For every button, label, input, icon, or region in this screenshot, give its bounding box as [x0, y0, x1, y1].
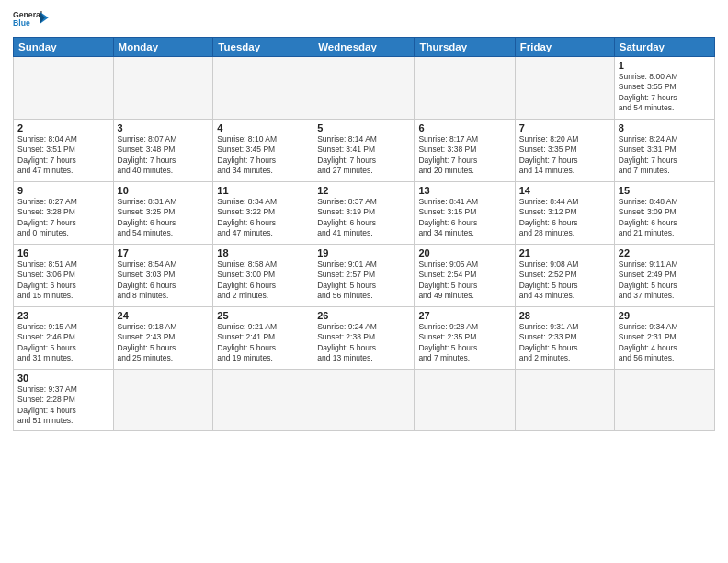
day-info: Sunrise: 8:10 AM Sunset: 3:45 PM Dayligh…: [217, 134, 309, 177]
day-info: Sunrise: 8:00 AM Sunset: 3:55 PM Dayligh…: [619, 72, 711, 114]
day-number: 20: [418, 247, 510, 259]
week-row-3: 9Sunrise: 8:27 AM Sunset: 3:28 PM Daylig…: [14, 182, 715, 245]
calendar-cell: [515, 57, 614, 120]
logo: General Blue: [13, 9, 50, 31]
day-number: 10: [118, 185, 210, 196]
calendar-cell: 17Sunrise: 8:54 AM Sunset: 3:03 PM Dayli…: [113, 245, 213, 307]
day-info: Sunrise: 9:34 AM Sunset: 2:31 PM Dayligh…: [619, 322, 711, 364]
day-number: 2: [17, 122, 109, 133]
day-number: 18: [217, 247, 309, 259]
weekday-monday: Monday: [113, 38, 213, 57]
calendar-cell: 18Sunrise: 8:58 AM Sunset: 3:00 PM Dayli…: [213, 245, 313, 307]
day-number: 17: [118, 247, 210, 259]
week-row-2: 2Sunrise: 8:04 AM Sunset: 3:51 PM Daylig…: [14, 120, 715, 182]
calendar-cell: 9Sunrise: 8:27 AM Sunset: 3:28 PM Daylig…: [14, 182, 114, 245]
calendar-cell: 28Sunrise: 9:31 AM Sunset: 2:33 PM Dayli…: [515, 307, 614, 370]
calendar-cell: [14, 57, 114, 120]
day-number: 14: [519, 185, 610, 196]
day-number: 24: [118, 310, 210, 321]
calendar-cell: 15Sunrise: 8:48 AM Sunset: 3:09 PM Dayli…: [614, 182, 714, 245]
day-info: Sunrise: 8:31 AM Sunset: 3:25 PM Dayligh…: [118, 197, 210, 239]
day-number: 23: [17, 310, 109, 321]
calendar-cell: 11Sunrise: 8:34 AM Sunset: 3:22 PM Dayli…: [213, 182, 313, 245]
day-number: 3: [118, 122, 210, 133]
calendar-cell: [313, 57, 415, 120]
weekday-sunday: Sunday: [14, 38, 114, 57]
day-number: 29: [619, 310, 711, 321]
calendar-cell: [213, 57, 313, 120]
day-number: 13: [418, 185, 510, 196]
day-info: Sunrise: 9:18 AM Sunset: 2:43 PM Dayligh…: [118, 322, 210, 364]
calendar-cell: 20Sunrise: 9:05 AM Sunset: 2:54 PM Dayli…: [415, 245, 515, 307]
day-info: Sunrise: 9:15 AM Sunset: 2:46 PM Dayligh…: [17, 322, 109, 364]
day-info: Sunrise: 9:21 AM Sunset: 2:41 PM Dayligh…: [217, 322, 309, 364]
calendar-cell: 8Sunrise: 8:24 AM Sunset: 3:31 PM Daylig…: [614, 120, 714, 182]
day-number: 19: [317, 247, 410, 259]
calendar-cell: 10Sunrise: 8:31 AM Sunset: 3:25 PM Dayli…: [113, 182, 213, 245]
weekday-header-row: SundayMondayTuesdayWednesdayThursdayFrid…: [14, 38, 715, 57]
calendar-cell: 1Sunrise: 8:00 AM Sunset: 3:55 PM Daylig…: [614, 57, 714, 120]
calendar-cell: 30Sunrise: 9:37 AM Sunset: 2:28 PM Dayli…: [14, 370, 114, 431]
calendar-cell: [213, 370, 313, 431]
day-info: Sunrise: 8:24 AM Sunset: 3:31 PM Dayligh…: [619, 134, 711, 177]
calendar-cell: 3Sunrise: 8:07 AM Sunset: 3:48 PM Daylig…: [113, 120, 213, 182]
day-number: 11: [217, 185, 309, 196]
calendar-cell: 16Sunrise: 8:51 AM Sunset: 3:06 PM Dayli…: [14, 245, 114, 307]
week-row-5: 23Sunrise: 9:15 AM Sunset: 2:46 PM Dayli…: [14, 307, 715, 370]
calendar-cell: 22Sunrise: 9:11 AM Sunset: 2:49 PM Dayli…: [614, 245, 714, 307]
weekday-tuesday: Tuesday: [213, 38, 313, 57]
day-info: Sunrise: 8:34 AM Sunset: 3:22 PM Dayligh…: [217, 197, 309, 239]
day-info: Sunrise: 9:05 AM Sunset: 2:54 PM Dayligh…: [418, 259, 510, 302]
weekday-thursday: Thursday: [415, 38, 515, 57]
day-info: Sunrise: 9:11 AM Sunset: 2:49 PM Dayligh…: [619, 259, 711, 302]
day-info: Sunrise: 8:20 AM Sunset: 3:35 PM Dayligh…: [519, 134, 610, 177]
calendar: SundayMondayTuesdayWednesdayThursdayFrid…: [13, 37, 715, 431]
day-info: Sunrise: 8:27 AM Sunset: 3:28 PM Dayligh…: [17, 197, 109, 239]
weekday-wednesday: Wednesday: [313, 38, 415, 57]
calendar-cell: [515, 370, 614, 431]
calendar-cell: 19Sunrise: 9:01 AM Sunset: 2:57 PM Dayli…: [313, 245, 415, 307]
day-number: 12: [317, 185, 410, 196]
day-info: Sunrise: 9:28 AM Sunset: 2:35 PM Dayligh…: [418, 322, 510, 364]
day-info: Sunrise: 8:41 AM Sunset: 3:15 PM Dayligh…: [418, 197, 510, 239]
calendar-cell: 21Sunrise: 9:08 AM Sunset: 2:52 PM Dayli…: [515, 245, 614, 307]
calendar-cell: [415, 57, 515, 120]
day-number: 25: [217, 310, 309, 321]
calendar-cell: 5Sunrise: 8:14 AM Sunset: 3:41 PM Daylig…: [313, 120, 415, 182]
calendar-cell: 12Sunrise: 8:37 AM Sunset: 3:19 PM Dayli…: [313, 182, 415, 245]
svg-text:Blue: Blue: [13, 18, 30, 28]
day-number: 26: [317, 310, 410, 321]
day-info: Sunrise: 9:01 AM Sunset: 2:57 PM Dayligh…: [317, 259, 410, 302]
week-row-1: 1Sunrise: 8:00 AM Sunset: 3:55 PM Daylig…: [14, 57, 715, 120]
calendar-cell: 13Sunrise: 8:41 AM Sunset: 3:15 PM Dayli…: [415, 182, 515, 245]
calendar-cell: [113, 370, 213, 431]
day-number: 7: [519, 122, 610, 133]
day-number: 30: [17, 373, 109, 384]
calendar-cell: [415, 370, 515, 431]
day-info: Sunrise: 9:08 AM Sunset: 2:52 PM Dayligh…: [519, 259, 610, 302]
day-info: Sunrise: 8:44 AM Sunset: 3:12 PM Dayligh…: [519, 197, 610, 239]
week-row-6: 30Sunrise: 9:37 AM Sunset: 2:28 PM Dayli…: [14, 370, 715, 431]
day-info: Sunrise: 8:54 AM Sunset: 3:03 PM Dayligh…: [118, 259, 210, 302]
calendar-cell: 4Sunrise: 8:10 AM Sunset: 3:45 PM Daylig…: [213, 120, 313, 182]
day-info: Sunrise: 9:24 AM Sunset: 2:38 PM Dayligh…: [317, 322, 410, 364]
day-number: 8: [619, 122, 711, 133]
page: General Blue SundayMondayTuesdayWednesda…: [0, 0, 728, 563]
day-info: Sunrise: 8:48 AM Sunset: 3:09 PM Dayligh…: [619, 197, 711, 239]
calendar-cell: [313, 370, 415, 431]
day-number: 28: [519, 310, 610, 321]
day-info: Sunrise: 9:37 AM Sunset: 2:28 PM Dayligh…: [17, 385, 109, 427]
day-number: 4: [217, 122, 309, 133]
weekday-friday: Friday: [515, 38, 614, 57]
day-number: 1: [619, 60, 711, 71]
logo-icon: General Blue: [13, 9, 50, 31]
calendar-cell: [614, 370, 714, 431]
day-info: Sunrise: 8:17 AM Sunset: 3:38 PM Dayligh…: [418, 134, 510, 177]
calendar-cell: 2Sunrise: 8:04 AM Sunset: 3:51 PM Daylig…: [14, 120, 114, 182]
calendar-cell: 14Sunrise: 8:44 AM Sunset: 3:12 PM Dayli…: [515, 182, 614, 245]
day-number: 6: [418, 122, 510, 133]
calendar-cell: 23Sunrise: 9:15 AM Sunset: 2:46 PM Dayli…: [14, 307, 114, 370]
week-row-4: 16Sunrise: 8:51 AM Sunset: 3:06 PM Dayli…: [14, 245, 715, 307]
calendar-cell: [113, 57, 213, 120]
day-number: 5: [317, 122, 410, 133]
